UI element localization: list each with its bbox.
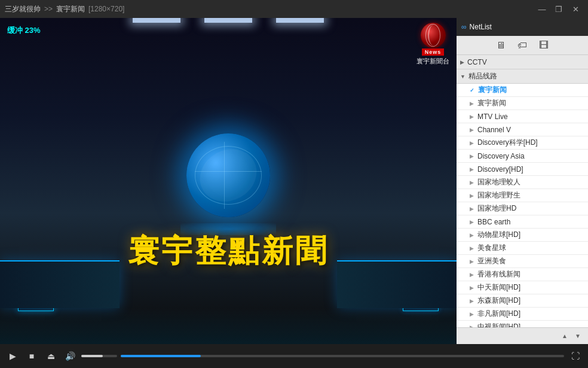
scroll-up-button[interactable]: ▲ — [558, 330, 571, 343]
channel-item-zhongtian[interactable]: 中天新闻[HD] — [457, 281, 588, 294]
channel-item-hxnews1[interactable]: 寰宇新闻 — [457, 84, 588, 97]
channel-item-discoveryhd[interactable]: Discovery科学[HD] — [457, 136, 588, 150]
channel-item-discoveryasia[interactable]: Discovery Asia — [457, 150, 588, 163]
main-container: 缓冲 23% News 寰宇新聞台 寰宇整點新聞 NetList 🖥 — [0, 18, 588, 344]
netlist-title: NetList — [461, 23, 492, 31]
monitor-tool-button[interactable]: 🖥 — [496, 40, 506, 51]
volume-bar[interactable] — [81, 355, 117, 357]
scroll-down-button[interactable]: ▼ — [571, 330, 584, 343]
premium-channel-items: 寰宇新闻寰宇新闻MTV LiveChannel VDiscovery科学[HD]… — [457, 84, 588, 327]
channel-display-name: 寰宇新聞台 — [416, 57, 449, 66]
monitor-icon: 🖥 — [496, 40, 506, 51]
progress-bar[interactable] — [121, 355, 564, 357]
channel-item-zhongshi[interactable]: 中视新闻[HD] — [457, 321, 588, 327]
globe — [186, 133, 270, 217]
channel-item-hkcable[interactable]: 香港有线新闻 — [457, 268, 588, 281]
mute-button[interactable]: 🔊 — [62, 348, 78, 364]
channel-item-mtvlive[interactable]: MTV Live — [457, 110, 588, 123]
current-channel: 寰宇新闻 — [56, 4, 85, 14]
channel-item-foodplanet[interactable]: 美食星球 — [457, 242, 588, 255]
channel-item-bbcearth[interactable]: BBC earth — [457, 215, 588, 229]
volume-icon: 🔊 — [65, 351, 75, 361]
floor-glow — [0, 308, 457, 344]
film-tool-button[interactable]: 🎞 — [539, 40, 549, 51]
arrow-down-icon: ▼ — [575, 333, 581, 339]
channel-item-hxnews2[interactable]: 寰宇新闻 — [457, 97, 588, 110]
title-bar-controls: — ❐ ✕ — [534, 3, 583, 15]
channel-item-discoveryhd2[interactable]: Discovery[HD] — [457, 163, 588, 176]
restore-button[interactable]: ❐ — [551, 3, 566, 15]
channel-list[interactable]: CCTV 精品线路 寰宇新闻寰宇新闻MTV LiveChannel VDisco… — [457, 55, 588, 327]
stop-button[interactable]: ■ — [24, 348, 39, 364]
channel-item-natgeo1[interactable]: 国家地理蛟人 — [457, 176, 588, 189]
separator: >> — [44, 5, 53, 13]
logo-globe — [421, 23, 446, 48]
fullscreen-icon: ⛶ — [571, 351, 580, 361]
cctv-section: CCTV — [457, 55, 588, 69]
channel-item-asianfood[interactable]: 亚洲美食 — [457, 255, 588, 268]
resolution: [1280×720] — [88, 5, 124, 13]
cctv-section-header[interactable]: CCTV — [457, 55, 588, 69]
globe-container — [180, 133, 276, 229]
volume-fill — [81, 355, 103, 357]
channel-item-fei范[interactable]: 非凡新闻[HD] — [457, 308, 588, 321]
main-broadcast-text: 寰宇整點新聞 — [0, 230, 457, 272]
buffer-indicator: 缓冲 23% — [7, 25, 41, 36]
ceiling-lights — [133, 18, 324, 23]
tag-icon: 🏷 — [517, 40, 527, 51]
channel-item-animalhd[interactable]: 动物星球[HD] — [457, 229, 588, 242]
play-button[interactable]: ▶ — [5, 348, 20, 364]
premium-section: 精品线路 寰宇新闻寰宇新闻MTV LiveChannel VDiscovery科… — [457, 69, 588, 327]
tag-tool-button[interactable]: 🏷 — [517, 40, 527, 51]
right-panel: NetList 🖥 🏷 🎞 CCTV — [457, 18, 588, 344]
panel-toolbar: 🖥 🏷 🎞 — [457, 36, 588, 55]
arrow-up-icon: ▲ — [562, 333, 568, 339]
channel-item-channelv[interactable]: Channel V — [457, 123, 588, 136]
channel-item-dongsen[interactable]: 东森新闻[HD] — [457, 294, 588, 308]
film-icon: 🎞 — [539, 40, 549, 51]
channel-logo: News 寰宇新聞台 — [416, 23, 449, 66]
fullscreen-button[interactable]: ⛶ — [568, 348, 583, 364]
premium-section-header[interactable]: 精品线路 — [457, 69, 588, 84]
control-bar: ▶ ■ ⏏ 🔊 ⛶ — [0, 344, 588, 368]
video-background: 缓冲 23% News 寰宇新聞台 寰宇整點新聞 — [0, 18, 457, 344]
app-name: 三岁就很帅 — [5, 4, 41, 14]
title-bar-left: 三岁就很帅 >> 寰宇新闻 [1280×720] — [5, 4, 124, 14]
logo-news-text: News — [422, 48, 445, 56]
close-button[interactable]: ✕ — [568, 3, 583, 15]
premium-label: 精品线路 — [468, 71, 497, 81]
channel-item-natgeo2[interactable]: 国家地理野生 — [457, 189, 588, 202]
video-area[interactable]: 缓冲 23% News 寰宇新聞台 寰宇整點新聞 — [0, 18, 457, 344]
minimize-button[interactable]: — — [534, 3, 550, 15]
panel-bottom-bar: ▲ ▼ — [457, 327, 588, 344]
channel-item-natgeohd[interactable]: 国家地理HD — [457, 202, 588, 215]
eject-button[interactable]: ⏏ — [43, 348, 59, 364]
title-bar: 三岁就很帅 >> 寰宇新闻 [1280×720] — ❐ ✕ — [0, 0, 588, 18]
netlist-header: NetList — [457, 18, 588, 36]
cctv-label: CCTV — [467, 58, 487, 66]
progress-fill — [121, 355, 201, 357]
